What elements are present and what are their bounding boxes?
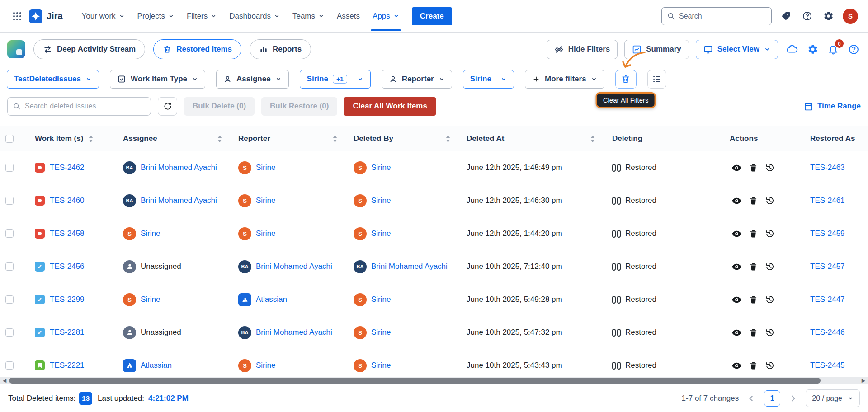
deep-activity-stream-button[interactable]: Deep Activitiy Stream [33, 39, 145, 59]
row-checkbox[interactable] [5, 295, 14, 304]
user-name[interactable]: Sirine [256, 361, 275, 370]
delete-permanently-button[interactable] [747, 227, 760, 240]
row-checkbox[interactable] [5, 328, 14, 337]
row-checkbox[interactable] [5, 361, 14, 370]
delete-permanently-button[interactable] [747, 260, 760, 273]
row-checkbox[interactable] [5, 262, 14, 271]
hide-filters-button[interactable]: Hide Filters [547, 40, 618, 59]
restore-history-button[interactable] [763, 161, 777, 174]
user-name[interactable]: Brini Mohamed Ayachi [256, 328, 332, 337]
work-item-link[interactable]: TES-2458 [50, 229, 85, 238]
restore-history-button[interactable] [763, 326, 777, 339]
view-details-button[interactable] [730, 326, 744, 340]
clear-all-work-items-button[interactable]: Clear All Work Items [344, 97, 435, 116]
user-name[interactable]: Sirine [141, 229, 160, 238]
view-details-button[interactable] [730, 293, 744, 307]
restore-history-button[interactable] [763, 293, 777, 306]
deleted-issues-search[interactable] [7, 97, 151, 116]
user-name[interactable]: Brini Mohamed Ayachi [371, 262, 448, 271]
row-checkbox[interactable] [5, 197, 14, 205]
sort-icon[interactable] [590, 136, 595, 142]
plugin-help-button[interactable] [847, 42, 861, 56]
time-range-button[interactable]: Time Range [804, 102, 861, 111]
summary-button[interactable]: Summary [624, 40, 689, 59]
delete-permanently-button[interactable] [747, 194, 760, 207]
column-settings-button[interactable] [647, 70, 666, 89]
notifications-button[interactable]: 0 [826, 42, 840, 56]
restored-as-link[interactable]: TES-2461 [810, 196, 845, 205]
row-checkbox[interactable] [5, 164, 14, 172]
nav-your-work[interactable]: Your work [76, 7, 130, 25]
clear-all-filters-button[interactable]: Clear All Filters [615, 70, 637, 89]
user-name[interactable]: Sirine [256, 196, 275, 205]
bulk-delete-button[interactable]: Bulk Delete (0) [184, 97, 255, 116]
restore-history-button[interactable] [763, 359, 777, 372]
cloud-sync-button[interactable] [785, 42, 799, 56]
user-name[interactable]: Brini Mohamed Ayachi [141, 163, 217, 172]
global-search-input[interactable] [679, 12, 766, 20]
reporter-filter-dropdown[interactable]: Reporter [382, 70, 452, 89]
restored-as-link[interactable]: TES-2459 [810, 229, 845, 238]
delete-permanently-button[interactable] [747, 326, 760, 339]
select-all-checkbox[interactable] [5, 135, 14, 143]
user-name[interactable]: Atlassian [141, 361, 172, 370]
sort-icon[interactable] [89, 136, 93, 142]
next-page-button[interactable] [788, 393, 798, 403]
view-details-button[interactable] [730, 260, 744, 274]
reporter-value-dropdown[interactable]: Sirine [463, 70, 514, 89]
user-name[interactable]: Sirine [371, 229, 391, 238]
jira-brand[interactable]: Jira [29, 9, 63, 23]
sort-icon[interactable] [217, 136, 222, 142]
view-details-button[interactable] [730, 194, 744, 208]
nav-teams[interactable]: Teams [287, 7, 330, 25]
restored-items-button[interactable]: Restored items [153, 39, 241, 59]
view-details-button[interactable] [730, 161, 744, 175]
refresh-button[interactable] [158, 97, 177, 116]
sort-icon[interactable] [333, 136, 337, 142]
nav-projects[interactable]: Projects [132, 7, 179, 25]
restored-as-link[interactable]: TES-2446 [810, 328, 845, 337]
user-name[interactable]: Sirine [141, 295, 160, 304]
work-item-link[interactable]: TES-2299 [50, 295, 85, 304]
view-details-button[interactable] [730, 227, 744, 241]
restore-history-button[interactable] [763, 227, 777, 240]
user-name[interactable]: Brini Mohamed Ayachi [256, 262, 332, 271]
user-name[interactable]: Sirine [371, 295, 391, 304]
delete-permanently-button[interactable] [747, 293, 760, 306]
nav-dashboards[interactable]: Dashboards [224, 7, 285, 25]
select-view-button[interactable]: Select View [696, 40, 778, 59]
user-name[interactable]: Sirine [371, 361, 391, 370]
help-button[interactable] [800, 9, 814, 23]
scroll-left-arrow[interactable]: ◀ [0, 378, 9, 384]
more-filters-dropdown[interactable]: More filters [525, 70, 604, 89]
assignee-filter-dropdown[interactable]: Assignee [216, 70, 289, 89]
work-item-link[interactable]: TES-2456 [50, 262, 85, 271]
restored-as-link[interactable]: TES-2457 [810, 262, 845, 271]
nav-assets[interactable]: Assets [331, 7, 365, 25]
work-item-link[interactable]: TES-2281 [50, 328, 85, 337]
user-name[interactable]: Sirine [256, 163, 275, 172]
work-item-link[interactable]: TES-2462 [50, 163, 85, 172]
sort-icon[interactable] [446, 136, 450, 142]
app-switcher-button[interactable] [10, 9, 24, 23]
horizontal-scrollbar[interactable]: ◀ ▶ [0, 377, 868, 384]
user-name[interactable]: Atlassian [256, 295, 287, 304]
user-name[interactable]: Sirine [371, 163, 391, 172]
deleted-issues-search-input[interactable] [25, 102, 146, 110]
delete-permanently-button[interactable] [747, 161, 760, 174]
restored-as-link[interactable]: TES-2447 [810, 295, 845, 304]
settings-button[interactable] [821, 9, 835, 23]
plugin-settings-button[interactable] [806, 42, 820, 56]
restore-history-button[interactable] [763, 260, 777, 273]
global-search[interactable] [661, 7, 772, 25]
work-item-link[interactable]: TES-2460 [50, 196, 85, 205]
reports-button[interactable]: Reports [250, 39, 311, 59]
row-checkbox[interactable] [5, 229, 14, 238]
last-updated-time[interactable]: 4:21:02 PM [148, 394, 189, 403]
scrollbar-thumb[interactable] [9, 378, 821, 384]
user-name[interactable]: Sirine [256, 229, 275, 238]
bulk-restore-button[interactable]: Bulk Restore (0) [261, 97, 337, 116]
scroll-right-arrow[interactable]: ▶ [859, 378, 868, 384]
assignee-value-dropdown[interactable]: Sirine +1 [300, 70, 371, 89]
tag-button[interactable] [779, 9, 793, 23]
